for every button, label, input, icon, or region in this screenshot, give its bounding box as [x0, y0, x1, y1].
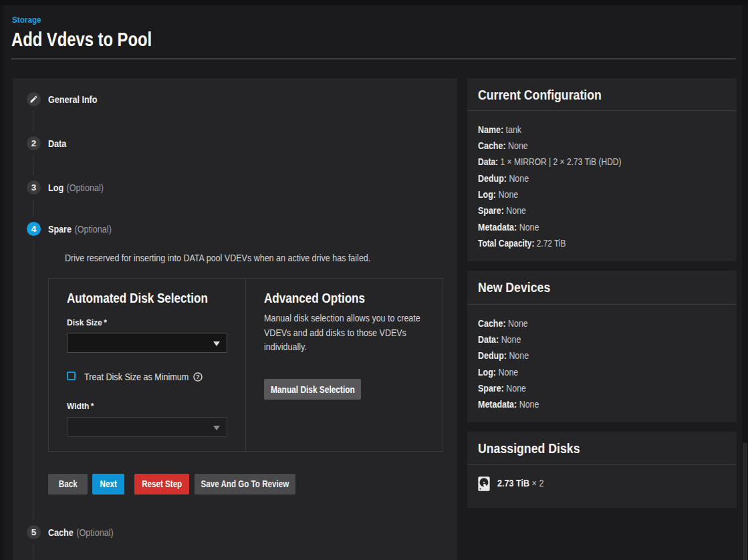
- svg-text:?: ?: [196, 373, 200, 380]
